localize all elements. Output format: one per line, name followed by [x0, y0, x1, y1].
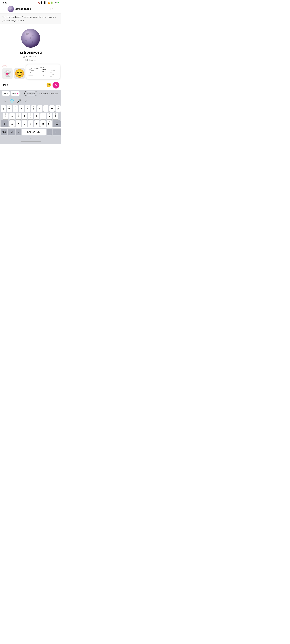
key-o[interactable]: 9o — [50, 105, 54, 112]
profile-area: astrospaceq @astrospaceq 9 followers — [0, 24, 61, 64]
mic-util-button[interactable]: 🎤 — [16, 98, 23, 104]
sticker-ghost-item[interactable]: hello! 👻 — [2, 68, 12, 79]
emoji-key[interactable]: ☺ — [8, 128, 15, 135]
ghost-sticker[interactable]: 👻 — [2, 68, 12, 79]
home-indicator — [20, 142, 41, 142]
key-n[interactable]: !n — [40, 120, 46, 127]
random-style-button[interactable]: Random — [39, 92, 48, 95]
key-m[interactable]: ?m — [47, 120, 52, 127]
more-button[interactable]: ⋯ — [56, 7, 59, 11]
delete-key[interactable]: ⌫ — [53, 120, 61, 127]
key-d[interactable]: £d — [16, 113, 21, 120]
key-f[interactable]: _f — [22, 113, 27, 120]
key-s[interactable]: #s — [10, 113, 15, 120]
key-t[interactable]: 5t — [25, 105, 30, 112]
signal-icon: ▌▌▌▌ — [41, 2, 47, 4]
key-i[interactable]: 8i — [44, 105, 48, 112]
key-row-3: ⇧ *z "x 'c :v ;b !n ?m ⌫ — [1, 120, 61, 127]
num-key[interactable]: ?123 — [1, 128, 8, 135]
avatar[interactable] — [8, 6, 14, 12]
premium-style-button[interactable]: Premium — [49, 92, 58, 95]
ascii-sticker-3[interactable]: /∧\ | | (^v^)|/| ><< (•◡<) >≺< — [50, 66, 59, 78]
key-u[interactable]: 7u — [37, 105, 42, 112]
return-key[interactable]: ↵ — [52, 128, 61, 135]
status-time: 8:50 — [2, 1, 7, 4]
key-k[interactable]: (k — [47, 113, 52, 120]
sticker-row: hello! 👻 😊 /)__/☆ Hello~ /(ᵒ^ᵒ)⊃ | U | |… — [0, 64, 61, 79]
key-v[interactable]: :v — [28, 120, 33, 127]
profile-name[interactable]: astrospaceq — [20, 50, 42, 54]
wifi-icon: 📶 — [48, 2, 50, 4]
face-util-button[interactable]: ☺ — [23, 98, 29, 104]
status-bar: 8:50 🔇 ▌▌▌▌ 📶 🔋72% ● — [0, 0, 61, 4]
message-input-bar: 😊 ➤ — [0, 80, 61, 90]
key-b[interactable]: ;b — [34, 120, 40, 127]
message-notice: You can send up to 3 messages until this… — [0, 14, 61, 24]
profile-handle: @astrospaceq — [23, 55, 38, 58]
ascii-sticker-1[interactable]: /)__/☆ Hello~ /(ᵒ^ᵒ)⊃ | U | |_____|/ — [28, 66, 39, 78]
profile-followers: 9 followers — [26, 59, 36, 61]
send-icon: ➤ — [55, 83, 58, 87]
key-q[interactable]: 1q — [1, 105, 6, 112]
key-c[interactable]: 'c — [22, 120, 27, 127]
key-h[interactable]: -h — [34, 113, 40, 120]
keyboard-util-row: ☺ 👕 🎤 ☺ ⌄ — [0, 97, 61, 105]
shift-key[interactable]: ⇧ — [1, 120, 8, 127]
space-key[interactable]: English (UK) — [22, 128, 46, 135]
key-x[interactable]: "x — [16, 120, 21, 127]
key-l[interactable]: )l — [53, 113, 58, 120]
key-row-1: 1q 2w 3e 4r 5t 6y 7u 8i 9o 0p — [1, 105, 61, 112]
art-style-button[interactable]: ART — [2, 91, 10, 96]
collapse-keyboard-button[interactable]: ⌄ — [30, 136, 32, 140]
key-r[interactable]: 4r — [19, 105, 24, 112]
key-g[interactable]: &g — [28, 113, 33, 120]
nav-username[interactable]: astrospaceq — [16, 8, 50, 10]
key-row-2: @a #s £d _f &g -h +j (k )l — [1, 113, 61, 120]
home-indicator-area — [0, 140, 61, 144]
keyboard-collapse-button[interactable]: ⌄ — [54, 98, 60, 104]
normal-style-button[interactable]: Normal — [24, 91, 38, 96]
hello-label: hello! — [2, 64, 8, 67]
flag-button[interactable]: 🏳 — [50, 7, 53, 11]
big-style-button[interactable]: BIG — [11, 91, 20, 96]
keyboard-bottom-row: ?123 ☺ , English (UK) . ↵ — [0, 128, 61, 136]
keyboard-collapse-area: ⌄ — [0, 136, 61, 140]
keyboard-main: 1q 2w 3e 4r 5t 6y 7u 8i 9o 0p @a #s £d _… — [0, 105, 61, 127]
comma-key[interactable]: , — [16, 128, 21, 135]
style-chevron-button[interactable]: ⌄ — [21, 92, 23, 95]
period-key[interactable]: . — [47, 128, 52, 135]
message-input[interactable] — [2, 83, 45, 87]
sticker-smiley-item[interactable]: 😊 — [14, 68, 25, 79]
emoji-util-button[interactable]: ☺ — [2, 98, 8, 104]
status-icons: 🔇 ▌▌▌▌ 📶 🔋72% ● — [38, 2, 59, 4]
smiley-sticker[interactable]: 😊 — [14, 68, 25, 79]
send-button[interactable]: ➤ — [52, 82, 60, 88]
emoji-button[interactable]: 😊 — [46, 82, 51, 88]
sticker-panel-popup: /)__/☆ Hello~ /(ᵒ^ᵒ)⊃ | U | |_____|/ ~ H… — [26, 64, 60, 79]
key-a[interactable]: @a — [3, 113, 8, 120]
shirt-util-button[interactable]: 👕 — [8, 98, 16, 104]
notification-dot — [17, 93, 18, 94]
muted-icon: 🔇 — [38, 2, 40, 4]
nav-actions: 🏳 ⋯ — [50, 7, 59, 11]
key-z[interactable]: *z — [10, 120, 15, 127]
key-p[interactable]: 0p — [56, 105, 61, 112]
ascii-sticker-2[interactable]: ~ Hi~ ("\(●•●) \/ 0\ " (__)" \_T_/ — [40, 66, 49, 78]
key-y[interactable]: 6y — [31, 105, 36, 112]
key-e[interactable]: 3e — [13, 105, 18, 112]
back-button[interactable]: ← — [2, 7, 6, 11]
key-j[interactable]: +j — [40, 113, 46, 120]
profile-avatar-large[interactable] — [21, 29, 40, 48]
key-w[interactable]: 2w — [7, 105, 12, 112]
nav-bar: ← astrospaceq 🏳 ⋯ — [0, 4, 61, 14]
keyboard-style-row: ART BIG ⌄ Normal Random Premium — [0, 90, 61, 97]
battery-icon: 🔋72% ● — [51, 2, 59, 4]
